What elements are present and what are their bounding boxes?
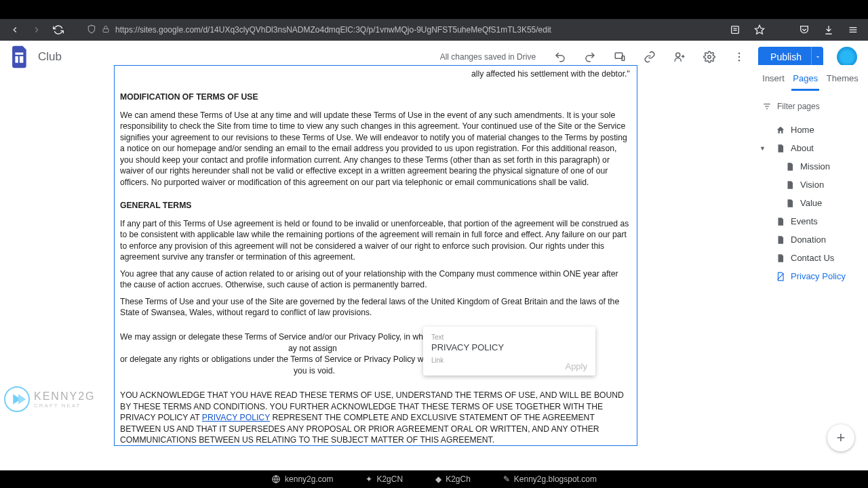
chevron-down-icon[interactable]: ▼ xyxy=(760,145,766,152)
tab-pages[interactable]: Pages xyxy=(791,70,819,91)
page-icon xyxy=(776,253,785,263)
browser-chrome: https://sites.google.com/d/14UXq3clyQVhD… xyxy=(0,19,868,41)
svg-rect-9 xyxy=(15,56,18,63)
doc-heading-modification: MODIFICATION OF TERMS OF USE xyxy=(120,92,631,102)
svg-point-16 xyxy=(708,56,711,59)
privacy-policy-link[interactable]: PRIVACY POLICY xyxy=(202,413,270,422)
download-icon[interactable] xyxy=(822,23,835,37)
page-item-events[interactable]: Events xyxy=(757,212,863,230)
doc-para: We can amend these Terms of Use at any t… xyxy=(120,110,631,188)
doc-para-ack: YOU ACKNOWLEDGE THAT YOU HAVE READ THESE… xyxy=(120,390,631,445)
settings-button[interactable] xyxy=(698,46,720,68)
svg-rect-0 xyxy=(103,28,108,32)
svg-rect-12 xyxy=(622,56,625,61)
svg-rect-10 xyxy=(20,56,23,63)
page-icon xyxy=(776,235,785,245)
page-item-vision[interactable]: Vision xyxy=(757,176,863,194)
publish-dropdown[interactable] xyxy=(811,47,823,68)
tab-insert[interactable]: Insert xyxy=(761,70,786,91)
taskbar-item[interactable]: ✦K2gCN xyxy=(366,474,403,484)
more-button[interactable] xyxy=(728,46,750,68)
pocket-icon[interactable] xyxy=(797,23,811,37)
publish-button[interactable]: Publish xyxy=(758,47,814,68)
right-panel: Insert Pages Themes Filter pages Home ▼A… xyxy=(753,65,868,293)
doc-para: You agree that any cause of action relat… xyxy=(120,268,631,291)
page-icon xyxy=(776,217,785,226)
site-title[interactable]: Club xyxy=(38,50,62,64)
home-icon xyxy=(776,125,785,135)
reader-icon[interactable] xyxy=(728,23,742,37)
popover-link-label: Link xyxy=(431,357,587,364)
page-item-contact[interactable]: Contact Us xyxy=(757,249,863,267)
svg-point-19 xyxy=(738,60,740,61)
popover-text-label: Text xyxy=(431,333,587,341)
copy-link-button[interactable] xyxy=(639,46,660,68)
page-item-home[interactable]: Home xyxy=(757,121,863,139)
reload-button[interactable] xyxy=(52,23,65,37)
page-item-donation[interactable]: Donation xyxy=(757,230,863,249)
svg-marker-41 xyxy=(18,394,26,404)
doc-partial-line: ally affected his settlement with the de… xyxy=(120,66,631,79)
watermark: KENNY2GCRAFT NEAT xyxy=(4,386,95,412)
back-button[interactable] xyxy=(8,23,22,37)
sites-logo-icon[interactable] xyxy=(11,45,30,68)
text-block-canvas[interactable]: ally affected his settlement with the de… xyxy=(114,65,637,446)
page-icon xyxy=(785,180,795,190)
svg-point-13 xyxy=(676,53,680,57)
account-avatar[interactable] xyxy=(837,47,857,67)
popover-apply-button[interactable]: Apply xyxy=(565,361,587,371)
shield-icon xyxy=(87,24,96,36)
star-icon[interactable] xyxy=(753,23,766,37)
page-icon xyxy=(785,199,795,208)
link-editor-popover: Text PRIVACY POLICY Link Apply xyxy=(423,327,595,375)
share-button[interactable] xyxy=(669,46,690,68)
window-titlebar xyxy=(0,0,868,19)
save-status: All changes saved in Drive xyxy=(440,52,536,62)
page-item-about[interactable]: ▼About xyxy=(757,139,863,157)
svg-rect-8 xyxy=(15,53,23,55)
page-icon xyxy=(785,162,795,171)
page-item-mission[interactable]: Mission xyxy=(757,157,863,176)
doc-heading-general: GENERAL TERMS xyxy=(120,200,631,211)
page-item-value[interactable]: Value xyxy=(757,194,863,212)
svg-marker-4 xyxy=(755,25,764,34)
doc-para: These Terms of Use and your use of the S… xyxy=(120,296,631,319)
taskbar-item[interactable]: ✎Kenny2g.blogspot.com xyxy=(503,474,597,484)
page-draft-icon xyxy=(776,272,785,281)
taskbar-item[interactable]: ◆K2gCh xyxy=(435,474,471,484)
watermark-logo-icon xyxy=(4,386,30,412)
forward-button[interactable] xyxy=(30,23,43,37)
filter-pages[interactable]: Filter pages xyxy=(753,95,868,118)
url-text[interactable]: https://sites.google.com/d/14UXq3clyQVhD… xyxy=(115,25,551,35)
taskbar-item[interactable]: kenny2g.com xyxy=(271,474,333,484)
taskbar: kenny2g.com ✦K2gCN ◆K2gCh ✎Kenny2g.blogs… xyxy=(0,470,868,488)
page-icon xyxy=(776,144,785,153)
page-item-privacy[interactable]: Privacy Policy xyxy=(757,267,863,285)
lock-icon xyxy=(102,25,110,35)
tab-themes[interactable]: Themes xyxy=(825,70,860,91)
svg-point-17 xyxy=(738,53,740,54)
popover-text-value[interactable]: PRIVACY POLICY xyxy=(431,342,587,352)
svg-rect-11 xyxy=(615,53,623,58)
filter-icon xyxy=(762,102,772,111)
svg-point-18 xyxy=(738,56,740,58)
browser-menu-icon[interactable] xyxy=(846,23,860,37)
doc-para: If any part of this Terms of Use agreeme… xyxy=(120,218,631,263)
add-page-fab[interactable]: + xyxy=(827,424,854,451)
